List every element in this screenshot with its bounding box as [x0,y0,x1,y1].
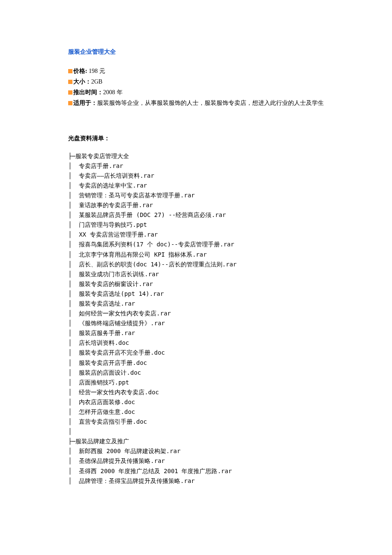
tree-line: │ 营销管理：圣马可专卖店基本管理手册.rar [68,191,324,200]
bullet-icon [68,69,72,73]
meta-label: 大小： [73,78,91,85]
tree-line: │ XX 专卖店营运管理手册.rar [68,230,324,240]
tree-line: │ 服装专卖店开店手册.doc [68,358,324,368]
meta-label: 价格: [73,68,87,74]
meta-value: 2GB [91,78,102,85]
meta-row: 推出时间：2008 年 [68,87,324,97]
tree-line: ├─服装品牌建立及推广 [68,436,324,446]
meta-row: 大小：2GB [68,77,324,87]
bullet-icon [68,101,72,105]
meta-label: 推出时间： [73,89,103,95]
listing-header: 光盘资料清单： [68,133,324,143]
tree-line: │ 服装专卖店开店不完全手册.doc [68,348,324,358]
tree-line: │ 《服饰终端店铺业绩提升》.rar [68,318,324,328]
tree-line: │ 童话故事的专卖店手册.rar [68,200,324,210]
tree-line: ├─服装专卖店管理大全 [68,151,324,161]
bullet-icon [68,80,72,84]
tree-line: │ 圣德保品牌提升及传播策略.rar [68,456,324,466]
tree-line: │ 服装专卖店选址.rar [68,299,324,309]
tree-line: │ 品牌管理：圣得宝品牌提升及传播策略.rar [68,476,324,486]
tree-line: │ 专卖店手册.rar [68,161,324,171]
tree-line: │ 怎样开店做生意.doc [68,407,324,417]
tree-line: │ 如何经营一家女性内衣专卖店.rar [68,309,324,318]
tree-line: │ 店长培训资料.doc [68,338,324,348]
meta-block: 价格: 198 元大小：2GB推出时间：2008 年适用于：服装服饰等企业，从事… [68,66,324,108]
meta-value: 198 元 [87,68,105,74]
tree-line: │ 北京李宁体育用品有限公司 KPI 指标体系.rar [68,250,324,260]
tree-line: │ 服装专卖店选址(ppt 14).rar [68,289,324,299]
meta-label: 适用于： [73,100,97,106]
meta-value: 2008 年 [103,89,123,95]
bullet-icon [68,90,72,95]
tree-line: │ 专卖店的选址掌中宝.rar [68,181,324,191]
file-tree: ├─服装专卖店管理大全│ 专卖店手册.rar│ 专卖店——店长培训资料.rar│… [68,151,324,486]
page-title: 服装企业管理大全 [68,47,324,57]
tree-line: │ 店长、副店长的职责(doc 14)--店长的管理重点法则.rar [68,260,324,269]
tree-line: │ 经营一家女性内衣专卖店.doc [68,387,324,397]
tree-line: │ [68,427,324,436]
tree-line: │ 服装业成功门市店长训练.rar [68,269,324,279]
tree-line: │ 内衣店店面装修.doc [68,397,324,407]
tree-line: │ 店面推销技巧.ppt [68,378,324,387]
tree-line: │ 专卖店——店长培训资料.rar [68,171,324,181]
meta-row: 适用于：服装服饰等企业，从事服装服饰的人士，服装服饰专卖店，想进入此行业的人士及… [68,98,324,108]
tree-line: │ 服装店的店面设计.doc [68,368,324,378]
tree-line: │ 报喜鸟集团系列资料(17 个 doc)--专卖店管理手册.rar [68,240,324,249]
meta-row: 价格: 198 元 [68,66,324,76]
tree-line: │ 某服装品牌店员手册 (DOC 27) --经营商店必须.rar [68,210,324,220]
tree-line: │ 门店管理与导购技巧.ppt [68,220,324,230]
tree-line: │ 服装专卖店的橱窗设计.rar [68,279,324,289]
tree-line: │ 直营专卖店指引手册.doc [68,417,324,427]
tree-line: │ 圣得西 2000 年度推广总结及 2001 年度推广思路.rar [68,466,324,476]
tree-line: │ 新郎西服 2000 年品牌建设构架.rar [68,446,324,456]
tree-line: │ 服装店服务手册.rar [68,328,324,338]
meta-value: 服装服饰等企业，从事服装服饰的人士，服装服饰专卖店，想进入此行业的人士及学生 [97,100,324,106]
